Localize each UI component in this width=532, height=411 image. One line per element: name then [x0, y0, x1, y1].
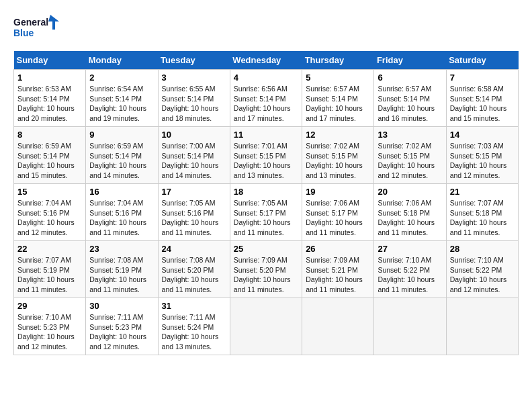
day-number: 6 — [378, 73, 442, 83]
weekday-header-row: SundayMondayTuesdayWednesdayThursdayFrid… — [14, 51, 519, 70]
day-info: Sunrise: 7:02 AMSunset: 5:15 PMDaylight:… — [378, 142, 435, 179]
day-cell-16: 16 Sunrise: 7:04 AMSunset: 5:16 PMDaylig… — [86, 184, 158, 241]
day-number: 3 — [162, 73, 226, 83]
day-cell-7: 7 Sunrise: 6:58 AMSunset: 5:14 PMDayligh… — [446, 70, 518, 127]
header: General Blue — [13, 13, 519, 40]
day-info: Sunrise: 7:10 AMSunset: 5:23 PMDaylight:… — [17, 313, 75, 351]
day-number: 2 — [89, 73, 154, 83]
day-cell-29: 29 Sunrise: 7:10 AMSunset: 5:23 PMDaylig… — [14, 298, 86, 355]
day-number: 17 — [162, 187, 226, 197]
day-number: 15 — [17, 187, 82, 197]
day-info: Sunrise: 7:09 AMSunset: 5:21 PMDaylight:… — [306, 256, 363, 293]
day-number: 21 — [450, 187, 515, 197]
week-row-2: 8 Sunrise: 6:59 AMSunset: 5:14 PMDayligh… — [14, 127, 519, 184]
svg-text:Blue: Blue — [13, 28, 34, 38]
weekday-header-saturday: Saturday — [446, 51, 518, 70]
day-cell-20: 20 Sunrise: 7:06 AMSunset: 5:18 PMDaylig… — [374, 184, 446, 241]
day-number: 8 — [17, 130, 82, 140]
weekday-header-tuesday: Tuesday — [158, 51, 230, 70]
day-number: 30 — [89, 301, 154, 311]
day-info: Sunrise: 7:04 AMSunset: 5:16 PMDaylight:… — [17, 199, 75, 236]
day-info: Sunrise: 7:09 AMSunset: 5:20 PMDaylight:… — [234, 256, 291, 293]
day-number: 29 — [17, 301, 82, 311]
day-cell-10: 10 Sunrise: 7:00 AMSunset: 5:14 PMDaylig… — [158, 127, 230, 184]
day-cell-19: 19 Sunrise: 7:06 AMSunset: 5:17 PMDaylig… — [302, 184, 374, 241]
empty-cell — [230, 298, 302, 355]
day-cell-28: 28 Sunrise: 7:10 AMSunset: 5:22 PMDaylig… — [446, 241, 518, 298]
day-info: Sunrise: 6:53 AMSunset: 5:14 PMDaylight:… — [17, 85, 75, 122]
day-cell-25: 25 Sunrise: 7:09 AMSunset: 5:20 PMDaylig… — [230, 241, 302, 298]
day-cell-26: 26 Sunrise: 7:09 AMSunset: 5:21 PMDaylig… — [302, 241, 374, 298]
day-number: 25 — [234, 244, 298, 254]
day-info: Sunrise: 6:58 AMSunset: 5:14 PMDaylight:… — [450, 85, 507, 122]
day-number: 16 — [89, 187, 154, 197]
day-cell-12: 12 Sunrise: 7:02 AMSunset: 5:15 PMDaylig… — [302, 127, 374, 184]
day-number: 31 — [162, 301, 226, 311]
day-cell-13: 13 Sunrise: 7:02 AMSunset: 5:15 PMDaylig… — [374, 127, 446, 184]
day-info: Sunrise: 7:08 AMSunset: 5:19 PMDaylight:… — [89, 256, 146, 293]
day-info: Sunrise: 7:03 AMSunset: 5:15 PMDaylight:… — [450, 142, 507, 179]
day-cell-24: 24 Sunrise: 7:08 AMSunset: 5:20 PMDaylig… — [158, 241, 230, 298]
day-cell-15: 15 Sunrise: 7:04 AMSunset: 5:16 PMDaylig… — [14, 184, 86, 241]
day-info: Sunrise: 7:05 AMSunset: 5:16 PMDaylight:… — [162, 199, 219, 236]
day-info: Sunrise: 6:57 AMSunset: 5:14 PMDaylight:… — [306, 85, 363, 122]
day-cell-6: 6 Sunrise: 6:57 AMSunset: 5:14 PMDayligh… — [374, 70, 446, 127]
day-cell-31: 31 Sunrise: 7:11 AMSunset: 5:24 PMDaylig… — [158, 298, 230, 355]
day-number: 28 — [450, 244, 515, 254]
logo: General Blue — [13, 13, 60, 40]
day-info: Sunrise: 6:57 AMSunset: 5:14 PMDaylight:… — [378, 85, 435, 122]
week-row-5: 29 Sunrise: 7:10 AMSunset: 5:23 PMDaylig… — [14, 298, 519, 355]
weekday-header-sunday: Sunday — [14, 51, 86, 70]
day-info: Sunrise: 7:11 AMSunset: 5:24 PMDaylight:… — [162, 313, 219, 351]
day-number: 9 — [89, 130, 154, 140]
empty-cell — [446, 298, 518, 355]
day-info: Sunrise: 7:02 AMSunset: 5:15 PMDaylight:… — [306, 142, 363, 179]
day-info: Sunrise: 7:01 AMSunset: 5:15 PMDaylight:… — [234, 142, 291, 179]
week-row-4: 22 Sunrise: 7:07 AMSunset: 5:19 PMDaylig… — [14, 241, 519, 298]
day-info: Sunrise: 7:08 AMSunset: 5:20 PMDaylight:… — [162, 256, 219, 293]
day-info: Sunrise: 7:07 AMSunset: 5:18 PMDaylight:… — [450, 199, 507, 236]
day-number: 27 — [378, 244, 442, 254]
day-info: Sunrise: 7:06 AMSunset: 5:18 PMDaylight:… — [378, 199, 435, 236]
day-number: 14 — [450, 130, 515, 140]
week-row-3: 15 Sunrise: 7:04 AMSunset: 5:16 PMDaylig… — [14, 184, 519, 241]
day-number: 18 — [234, 187, 298, 197]
day-cell-21: 21 Sunrise: 7:07 AMSunset: 5:18 PMDaylig… — [446, 184, 518, 241]
day-info: Sunrise: 6:59 AMSunset: 5:14 PMDaylight:… — [89, 142, 146, 179]
day-cell-9: 9 Sunrise: 6:59 AMSunset: 5:14 PMDayligh… — [86, 127, 158, 184]
svg-text:General: General — [13, 17, 48, 28]
day-number: 23 — [89, 244, 154, 254]
weekday-header-wednesday: Wednesday — [230, 51, 302, 70]
weekday-header-monday: Monday — [86, 51, 158, 70]
day-number: 10 — [162, 130, 226, 140]
day-number: 7 — [450, 73, 515, 83]
day-info: Sunrise: 7:11 AMSunset: 5:23 PMDaylight:… — [89, 313, 146, 351]
day-number: 11 — [234, 130, 298, 140]
day-info: Sunrise: 7:06 AMSunset: 5:17 PMDaylight:… — [306, 199, 363, 236]
day-info: Sunrise: 7:05 AMSunset: 5:17 PMDaylight:… — [234, 199, 291, 236]
svg-marker-2 — [48, 15, 59, 30]
day-info: Sunrise: 6:56 AMSunset: 5:14 PMDaylight:… — [234, 85, 291, 122]
calendar-table: SundayMondayTuesdayWednesdayThursdayFrid… — [13, 51, 519, 355]
day-info: Sunrise: 6:55 AMSunset: 5:14 PMDaylight:… — [162, 85, 219, 122]
day-info: Sunrise: 7:04 AMSunset: 5:16 PMDaylight:… — [89, 199, 146, 236]
day-number: 1 — [17, 73, 82, 83]
day-number: 19 — [306, 187, 370, 197]
day-cell-14: 14 Sunrise: 7:03 AMSunset: 5:15 PMDaylig… — [446, 127, 518, 184]
day-cell-2: 2 Sunrise: 6:54 AMSunset: 5:14 PMDayligh… — [86, 70, 158, 127]
day-cell-17: 17 Sunrise: 7:05 AMSunset: 5:16 PMDaylig… — [158, 184, 230, 241]
day-number: 5 — [306, 73, 370, 83]
logo-svg: General Blue — [13, 13, 60, 40]
day-cell-30: 30 Sunrise: 7:11 AMSunset: 5:23 PMDaylig… — [86, 298, 158, 355]
day-number: 12 — [306, 130, 370, 140]
day-info: Sunrise: 6:59 AMSunset: 5:14 PMDaylight:… — [17, 142, 75, 179]
day-number: 24 — [162, 244, 226, 254]
empty-cell — [374, 298, 446, 355]
day-cell-18: 18 Sunrise: 7:05 AMSunset: 5:17 PMDaylig… — [230, 184, 302, 241]
day-number: 4 — [234, 73, 298, 83]
weekday-header-friday: Friday — [374, 51, 446, 70]
day-info: Sunrise: 7:00 AMSunset: 5:14 PMDaylight:… — [162, 142, 219, 179]
day-info: Sunrise: 7:10 AMSunset: 5:22 PMDaylight:… — [378, 256, 435, 293]
day-cell-22: 22 Sunrise: 7:07 AMSunset: 5:19 PMDaylig… — [14, 241, 86, 298]
day-cell-3: 3 Sunrise: 6:55 AMSunset: 5:14 PMDayligh… — [158, 70, 230, 127]
